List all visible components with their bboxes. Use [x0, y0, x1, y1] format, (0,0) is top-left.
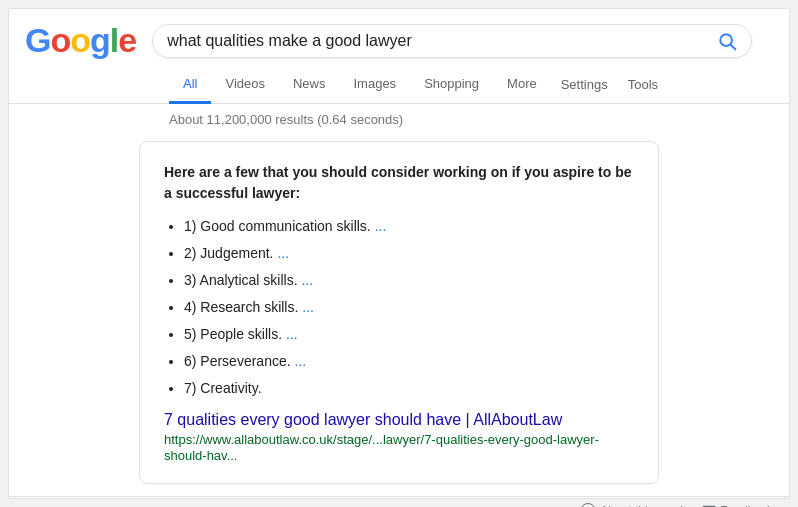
result-link: 7 qualities every good lawyer should hav… [164, 411, 634, 463]
list-item-ellipsis: ... [298, 299, 314, 315]
featured-snippet: Here are a few that you should consider … [139, 141, 659, 484]
list-item-text: 2) Judgement. [184, 245, 274, 261]
search-icon [717, 31, 737, 51]
tab-all[interactable]: All [169, 66, 211, 104]
header: Google [9, 9, 789, 66]
list-item-ellipsis: ... [291, 353, 307, 369]
page-wrapper: Google All Videos News Images Shopping M… [8, 8, 790, 499]
list-item: 6) Perseverance. ... [184, 351, 634, 372]
list-item: 7) Creativity. [184, 378, 634, 399]
list-item: 3) Analytical skills. ... [184, 270, 634, 291]
nav-tabs: All Videos News Images Shopping More Set… [9, 66, 789, 104]
list-item-ellipsis: ... [371, 218, 387, 234]
list-item: 4) Research skills. ... [184, 297, 634, 318]
google-logo[interactable]: Google [25, 21, 136, 60]
results-count-text: About 11,200,000 results (0.64 seconds) [169, 112, 403, 127]
tab-settings[interactable]: Settings [551, 67, 618, 102]
list-item-text: 5) People skills. [184, 326, 282, 342]
main-content: Here are a few that you should consider … [9, 133, 789, 496]
footer-row: ? About this result Feedback [9, 496, 789, 507]
tab-images[interactable]: Images [339, 66, 410, 104]
list-item-ellipsis: ... [282, 326, 298, 342]
logo-letter-g: G [25, 21, 50, 59]
snippet-intro: Here are a few that you should consider … [164, 162, 634, 204]
logo-letter-o2: o [70, 21, 90, 59]
tab-news[interactable]: News [279, 66, 340, 104]
svg-line-1 [731, 44, 736, 49]
logo-letter-e: e [118, 21, 136, 59]
search-button[interactable] [717, 31, 737, 51]
list-item-text: 4) Research skills. [184, 299, 298, 315]
list-item-ellipsis: ... [274, 245, 290, 261]
logo-letter-o1: o [50, 21, 70, 59]
results-count: About 11,200,000 results (0.64 seconds) [9, 104, 789, 133]
tab-tools[interactable]: Tools [618, 67, 668, 102]
result-title[interactable]: 7 qualities every good lawyer should hav… [164, 411, 634, 429]
logo-letter-g2: g [90, 21, 110, 59]
tab-videos[interactable]: Videos [211, 66, 279, 104]
result-url: https://www.allaboutlaw.co.uk/stage/...l… [164, 432, 599, 463]
list-item-text: 7) Creativity. [184, 380, 262, 396]
tab-shopping[interactable]: Shopping [410, 66, 493, 104]
about-icon: ? [580, 503, 596, 507]
snippet-list: 1) Good communication skills. ... 2) Jud… [164, 216, 634, 399]
list-item: 1) Good communication skills. ... [184, 216, 634, 237]
search-bar[interactable] [152, 24, 752, 58]
list-item-text: 1) Good communication skills. [184, 218, 371, 234]
tab-more[interactable]: More [493, 66, 551, 104]
logo-letter-l: l [110, 21, 118, 59]
about-result[interactable]: ? About this result [580, 503, 686, 507]
list-item-ellipsis: ... [298, 272, 314, 288]
list-item: 2) Judgement. ... [184, 243, 634, 264]
list-item-text: 3) Analytical skills. [184, 272, 298, 288]
search-input[interactable] [167, 32, 717, 50]
list-item: 5) People skills. ... [184, 324, 634, 345]
list-item-text: 6) Perseverance. [184, 353, 291, 369]
